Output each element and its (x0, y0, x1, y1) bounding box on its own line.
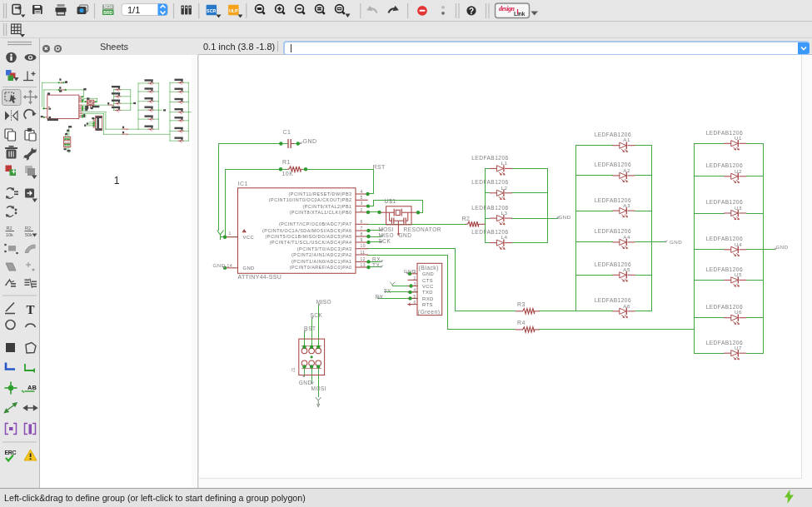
svg-text:TXD: TXD (422, 290, 433, 295)
svg-text:(PCINT10/INT0/OC0A/CKOUT)PB2: (PCINT10/INT0/OC0A/CKOUT)PB2 (268, 197, 351, 202)
svg-text:2: 2 (413, 276, 416, 281)
svg-text:A3: A3 (623, 202, 630, 208)
svg-text:RTS: RTS (422, 302, 433, 307)
svg-text:7: 7 (360, 226, 362, 231)
svg-text:8: 8 (360, 231, 362, 236)
svg-text:RX: RX (372, 256, 381, 262)
svg-text:L1: L1 (501, 160, 507, 166)
svg-text:MISO: MISO (378, 232, 393, 238)
svg-text:R3: R3 (517, 301, 526, 307)
svg-text:R1: R1 (282, 159, 291, 165)
svg-text:ATTINY44-SSU: ATTINY44-SSU (237, 274, 281, 280)
svg-text:6: 6 (413, 301, 416, 305)
svg-text:(PCINT2/AIN1/ADC2)PA2: (PCINT2/AIN1/ADC2)PA2 (291, 252, 351, 257)
svg-text:GND: GND (242, 266, 254, 271)
svg-text:SCR: SCR (207, 8, 216, 13)
svg-text:SCK: SCK (310, 312, 322, 318)
svg-text:GND: GND (670, 239, 682, 245)
svg-text:U$1: U$1 (384, 198, 396, 204)
svg-text:GND: GND (302, 138, 316, 144)
svg-text:TX: TX (383, 288, 391, 294)
svg-text:U4: U4 (734, 241, 741, 247)
svg-text:C1: C1 (282, 129, 291, 135)
svg-text:(PCINT5/OC1B/MISO/DO/ADC5)PA5: (PCINT5/OC1B/MISO/DO/ADC5)PA5 (265, 234, 351, 239)
svg-text:AB: AB (27, 384, 37, 391)
svg-text:SCH: SCH (103, 4, 112, 9)
svg-text:13: 13 (360, 262, 365, 267)
svg-text:L3: L3 (501, 210, 507, 216)
svg-text:GND: GND (212, 262, 225, 268)
svg-text:VCC: VCC (422, 284, 434, 289)
svg-text:GND: GND (403, 268, 416, 274)
svg-text:TX: TX (372, 262, 380, 268)
svg-text:(PCINT0/AREF/ADC0)PA0: (PCINT0/AREF/ADC0)PA0 (289, 265, 351, 270)
svg-text:(PCINT11/RESET/DW)PB3: (PCINT11/RESET/DW)PB3 (288, 191, 351, 196)
svg-text:RST: RST (372, 164, 386, 170)
svg-text:RESONATOR: RESONATOR (403, 226, 441, 232)
svg-text:U6: U6 (734, 309, 741, 315)
svg-text:A5: A5 (623, 266, 630, 272)
svg-text:(PCINT3/T0/ADC3)PA3: (PCINT3/T0/ADC3)PA3 (296, 246, 351, 251)
svg-text:ERC: ERC (5, 450, 17, 455)
svg-text:RX: RX (375, 294, 383, 300)
svg-text:A1: A1 (623, 137, 630, 142)
svg-text:RST: RST (304, 326, 316, 331)
svg-text:12: 12 (360, 256, 365, 261)
svg-text:GND: GND (422, 271, 434, 276)
svg-text:(PCINT8/XTAL1/CLKI)PB0: (PCINT8/XTAL1/CLKI)PB0 (289, 210, 351, 215)
svg-text:1: 1 (228, 231, 231, 236)
svg-text:VCC: VCC (242, 235, 254, 240)
svg-text:(PCINT7/ICP/OC0B/ADC7)PA7: (PCINT7/ICP/OC0B/ADC7)PA7 (278, 221, 351, 226)
svg-text:2: 2 (360, 207, 362, 212)
svg-text:U3: U3 (734, 205, 741, 211)
svg-text:Link: Link (514, 11, 526, 17)
svg-text:1/1: 1/1 (127, 5, 140, 15)
svg-text:4: 4 (360, 189, 362, 194)
svg-text:BRD: BRD (103, 10, 112, 15)
svg-text:50k: 50k (25, 232, 32, 237)
svg-text:design: design (499, 5, 515, 12)
svg-text:A4: A4 (623, 234, 630, 240)
svg-text:MOSI: MOSI (378, 226, 393, 232)
svg-text:(PCINT6/OC1A/SDA/MOSI/ADC6)PA6: (PCINT6/OC1A/SDA/MOSI/ADC6)PA6 (262, 228, 351, 233)
svg-text:SCK: SCK (378, 238, 391, 244)
svg-text:R4: R4 (517, 320, 526, 326)
svg-text:U5: U5 (734, 271, 741, 277)
svg-text:5: 5 (413, 295, 416, 299)
svg-text:?: ? (469, 7, 474, 16)
svg-text:IC1: IC1 (237, 181, 247, 186)
svg-text:R2: R2 (25, 226, 31, 231)
svg-text:14: 14 (227, 263, 232, 268)
svg-text:GND: GND (558, 214, 570, 220)
svg-text:RXD: RXD (422, 296, 434, 301)
svg-text:R2: R2 (461, 216, 470, 221)
svg-text:10: 10 (360, 243, 365, 248)
svg-text:A6: A6 (623, 303, 630, 309)
svg-text:U7: U7 (734, 345, 741, 350)
svg-text:J1: J1 (290, 368, 295, 373)
svg-text:T: T (26, 303, 34, 316)
svg-text:CTS: CTS (422, 278, 433, 283)
svg-text:ULP: ULP (229, 8, 238, 13)
svg-text:A2: A2 (623, 167, 630, 173)
svg-text:5: 5 (360, 195, 362, 200)
svg-text:MOSI: MOSI (311, 385, 326, 391)
svg-text:4: 4 (413, 288, 416, 292)
svg-text:(PCINT1/AIN0/ADC1)PA1: (PCINT1/AIN0/ADC1)PA1 (291, 259, 351, 264)
svg-text:6: 6 (360, 219, 362, 224)
svg-text:U1: U1 (734, 135, 741, 141)
svg-text:L2: L2 (501, 185, 507, 191)
svg-text:U2: U2 (734, 168, 741, 174)
svg-text:(PCINT9/XTAL2)PB1: (PCINT9/XTAL2)PB1 (302, 204, 351, 209)
svg-text:11: 11 (360, 250, 365, 255)
svg-text:(Black): (Black) (418, 265, 438, 271)
svg-text:MISO: MISO (316, 299, 331, 305)
svg-text:9: 9 (360, 237, 362, 242)
svg-text:GND: GND (775, 244, 788, 250)
svg-text:(PCINT4/T1/SCL/USCK/ADC4)PA4: (PCINT4/T1/SCL/USCK/ADC4)PA4 (269, 240, 351, 245)
svg-text:3: 3 (413, 282, 416, 286)
svg-text:GND: GND (398, 232, 411, 238)
svg-text:R2: R2 (7, 226, 12, 231)
svg-text:10K: 10K (281, 171, 293, 176)
svg-text:L4: L4 (501, 234, 507, 240)
